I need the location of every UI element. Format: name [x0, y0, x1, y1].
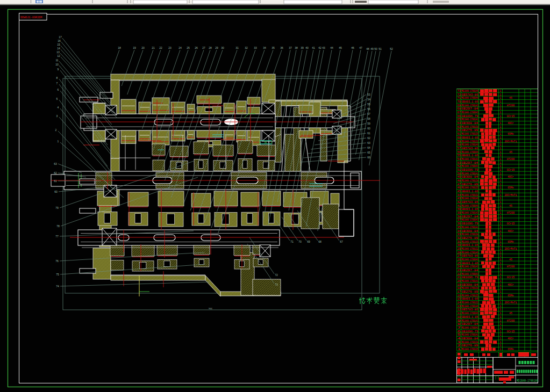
- svg-text:1: 1: [500, 179, 502, 182]
- svg-text:60: 60: [54, 190, 58, 193]
- svg-text:45: 45: [339, 46, 342, 49]
- svg-text:63: 63: [367, 141, 370, 144]
- svg-text:58: 58: [367, 117, 370, 120]
- svg-text:62: 62: [458, 129, 461, 132]
- svg-text:1: 1: [500, 255, 502, 257]
- svg-text:29: 29: [215, 46, 218, 49]
- svg-text:15: 15: [458, 297, 461, 300]
- svg-text:39: 39: [458, 212, 461, 214]
- svg-text:19: 19: [133, 46, 136, 49]
- svg-text:23: 23: [458, 269, 461, 272]
- svg-text:25: 25: [187, 46, 190, 49]
- svg-text:67: 67: [340, 240, 343, 243]
- svg-text:50: 50: [374, 47, 377, 50]
- svg-text:GB276-89: GB276-89: [462, 129, 478, 132]
- svg-text:42: 42: [458, 201, 461, 204]
- svg-text:1: 1: [500, 265, 502, 268]
- svg-text:GB1096-79: GB1096-79: [462, 222, 478, 225]
- svg-text:GB276-89: GB276-89: [462, 237, 478, 239]
- svg-text:37: 37: [458, 219, 461, 221]
- svg-text:77: 77: [55, 235, 59, 238]
- svg-text:1: 1: [500, 169, 502, 171]
- svg-text:DDWDJ1-09R2DM: DDWDJ1-09R2DM: [20, 16, 42, 19]
- svg-text:62: 62: [367, 136, 370, 140]
- svg-text:GB276-89: GB276-89: [462, 344, 478, 347]
- svg-text:MDJ840-1700132: MDJ840-1700132: [462, 194, 478, 197]
- svg-text:2: 2: [55, 128, 57, 132]
- svg-text:36: 36: [280, 46, 283, 49]
- svg-text:MDJ840-1700143: MDJ840-1700143: [462, 265, 478, 268]
- svg-text:1: 1: [500, 208, 502, 210]
- svg-text:1: 1: [500, 312, 502, 315]
- svg-text:1: 1: [500, 297, 502, 300]
- svg-text:GB5783-86: GB5783-86: [462, 255, 478, 257]
- svg-text:6: 6: [458, 330, 461, 333]
- svg-text:20: 20: [458, 280, 461, 282]
- svg-text:10: 10: [55, 63, 59, 66]
- svg-text:6: 6: [58, 88, 59, 91]
- svg-text:1: 1: [500, 151, 502, 154]
- svg-text:964: 964: [209, 307, 212, 310]
- svg-text:1: 1: [500, 133, 502, 135]
- svg-text:71: 71: [290, 240, 294, 243]
- svg-text:5: 5: [56, 97, 58, 100]
- svg-text:7: 7: [458, 326, 461, 329]
- svg-text:GB308-84: GB308-84: [462, 122, 478, 125]
- svg-text:65: 65: [458, 118, 461, 121]
- svg-text:1: 1: [500, 251, 502, 254]
- svg-text:44: 44: [458, 194, 461, 197]
- svg-text:59: 59: [458, 140, 461, 143]
- svg-text:1: 1: [500, 100, 502, 103]
- svg-text:37: 37: [289, 46, 292, 49]
- svg-text:1: 1: [500, 341, 502, 344]
- svg-text:4: 4: [458, 337, 461, 340]
- svg-text:40Cr: 40Cr: [508, 122, 514, 125]
- svg-text:34: 34: [458, 230, 461, 233]
- svg-text:45: 45: [509, 258, 512, 261]
- svg-text:1: 1: [500, 154, 502, 157]
- svg-text:MDJ840-1700146: MDJ840-1700146: [462, 143, 478, 146]
- svg-text:GB893.1-86: GB893.1-86: [462, 208, 478, 210]
- svg-text:70: 70: [298, 240, 302, 243]
- svg-text:5: 5: [458, 333, 461, 336]
- svg-text:67: 67: [458, 111, 461, 114]
- svg-text:GB308-84: GB308-84: [462, 337, 478, 340]
- svg-text:15: 15: [57, 43, 60, 46]
- svg-text:GB893.1-86: GB893.1-86: [462, 136, 478, 139]
- svg-text:1: 1: [500, 237, 502, 239]
- svg-text:28: 28: [209, 46, 212, 49]
- svg-text:GB276-89: GB276-89: [462, 183, 478, 186]
- svg-text:17: 17: [59, 35, 62, 39]
- svg-text:2: 2: [458, 344, 461, 347]
- svg-text:18: 18: [118, 46, 121, 49]
- svg-text:22: 22: [159, 46, 162, 49]
- svg-text:1: 1: [500, 205, 502, 207]
- svg-text:25: 25: [458, 262, 461, 265]
- svg-text:GB893.1-86: GB893.1-86: [462, 316, 478, 318]
- svg-text:1: 1: [500, 348, 502, 351]
- svg-text:1: 1: [500, 226, 502, 229]
- svg-text:MDJ840-1700046: MDJ840-1700046: [462, 312, 478, 315]
- svg-text:MDJ840-1700146: MDJ840-1700146: [462, 305, 478, 308]
- svg-text:1: 1: [500, 194, 502, 197]
- svg-text:1: 1: [500, 344, 502, 347]
- svg-text:30: 30: [221, 46, 224, 49]
- svg-text:1: 1: [500, 147, 502, 150]
- svg-text:45: 45: [509, 151, 512, 154]
- svg-text:72: 72: [458, 93, 461, 96]
- svg-text:63: 63: [54, 162, 57, 165]
- svg-text:74: 74: [56, 285, 59, 288]
- svg-text:GB297-84: GB297-84: [462, 323, 478, 325]
- svg-text:1: 1: [500, 190, 502, 193]
- svg-text:1: 1: [500, 248, 502, 250]
- svg-text:GB1096-79: GB1096-79: [462, 169, 478, 171]
- svg-text:61: 61: [458, 133, 461, 135]
- svg-text:GB5783-86: GB5783-86: [462, 93, 478, 96]
- svg-text:69: 69: [458, 104, 461, 107]
- svg-text:GB297-84: GB297-84: [462, 107, 478, 110]
- svg-text:1: 1: [500, 176, 502, 178]
- svg-text:27: 27: [202, 46, 205, 49]
- svg-text:47: 47: [458, 183, 461, 186]
- svg-text:1: 1: [500, 273, 502, 275]
- svg-text:56: 56: [367, 107, 370, 111]
